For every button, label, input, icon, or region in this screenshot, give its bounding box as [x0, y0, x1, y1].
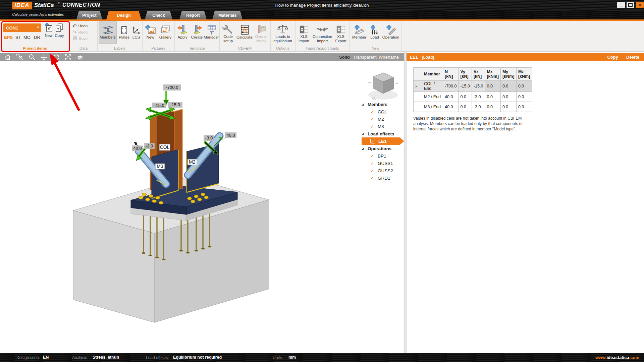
display-mode-transparent[interactable]: Transparent [353, 53, 377, 61]
cell-n[interactable]: -700.0 [443, 81, 459, 92]
new-item-button[interactable]: New [44, 23, 54, 38]
home-view-icon[interactable] [3, 54, 12, 61]
tree-item-guss1[interactable]: ✓ GUSS1 [362, 160, 404, 167]
cell-mz[interactable]: 0.0 [516, 102, 532, 112]
lcs-toggle-button[interactable]: LCS [131, 22, 141, 43]
template-manager-button[interactable]: Manager [204, 22, 219, 43]
gallery-button[interactable]: Gallery [158, 22, 173, 43]
loads-in-equilibrium-button[interactable]: Loads in equilibrium [271, 22, 294, 43]
zoom-fit-icon[interactable] [64, 54, 72, 61]
display-mode-solid[interactable]: Solid [339, 53, 350, 61]
tree-item-m3[interactable]: ✓ M3 [362, 123, 404, 130]
check-icon[interactable]: ✓ [370, 161, 375, 166]
copy-item-button[interactable]: Copy [54, 23, 64, 38]
panel-splitter[interactable] [404, 52, 407, 353]
ribbon-group-import-export: XLS Import Connection Import XLS Expor [295, 21, 350, 51]
check-icon[interactable]: ✓ [370, 116, 375, 122]
cell-my[interactable]: 0.0 [500, 92, 516, 102]
tree-item-bp1[interactable]: ✓ BP1 [362, 152, 404, 160]
tree-item-m2[interactable]: ✓ M2 [362, 115, 404, 123]
display-mode-wireframe[interactable]: Wireframe [379, 53, 399, 61]
tab-project[interactable]: Project [76, 11, 102, 19]
type-button-st[interactable]: ST [15, 35, 21, 40]
table-row[interactable]: M2 / End 40.0 0.0 -3.0 0.0 0.0 0.0 [414, 92, 532, 102]
cell-mx[interactable]: 0.0 [485, 92, 500, 102]
cell-mx[interactable]: 0.0 [485, 102, 500, 112]
cell-my[interactable]: 0.0 [500, 102, 516, 112]
save-button[interactable]: Save [72, 36, 97, 42]
code-setup-button[interactable]: Code setup [220, 22, 236, 43]
delete-load-button[interactable]: Delete [626, 55, 639, 60]
load-table-header-row: Member N[kN] Vy[kN] Vz[kN] Mx[kNm] My[kN… [414, 68, 532, 81]
check-icon[interactable]: ✓ [370, 175, 375, 181]
plates-toggle-button[interactable]: Plates [117, 22, 131, 43]
zoom-icon[interactable] [28, 54, 36, 61]
redo-button[interactable]: ↷Redo [72, 29, 97, 35]
plates-icon [119, 22, 129, 35]
tree-section-members[interactable]: ◢ Members [362, 101, 404, 108]
connection-item-combobox[interactable]: CON1 ▾ [3, 23, 41, 32]
zoom-window-icon[interactable] [15, 54, 24, 61]
group-label-cbfem: CBFEM [219, 46, 270, 50]
tab-report[interactable]: Report [179, 11, 207, 19]
expander-icon[interactable]: ◢ [362, 103, 365, 106]
picture-new-button[interactable]: New [144, 22, 157, 43]
check-icon[interactable]: ✓ [370, 153, 375, 159]
tree-item-le1[interactable]: ✓ LE1 [362, 137, 404, 145]
check-icon[interactable]: ✓ [370, 109, 375, 114]
tab-check[interactable]: Check [145, 11, 172, 19]
check-icon[interactable]: ✓ [370, 168, 375, 173]
xls-export-button[interactable]: XLS Export [333, 22, 348, 43]
calculate-icon [239, 22, 250, 35]
undo-button[interactable]: ↶Undo [72, 23, 97, 29]
tree-item-guss2[interactable]: ✓ GUSS2 [362, 167, 404, 174]
type-button-eps[interactable]: EPS [4, 35, 13, 40]
maximize-button[interactable] [627, 2, 634, 8]
copy-load-button[interactable]: Copy [607, 55, 618, 60]
table-row[interactable]: M3 / End 40.0 0.0 -3.0 0.0 0.0 0.0 [414, 102, 532, 112]
tab-materials[interactable]: Materials [212, 11, 243, 19]
connection-import-button[interactable]: Connection Import [312, 22, 333, 43]
cell-mz[interactable]: 0.0 [516, 92, 532, 102]
cell-my[interactable]: 0.0 [500, 81, 516, 92]
cell-n[interactable]: 40.0 [443, 92, 459, 102]
overall-check-button[interactable]: Overall check [253, 22, 269, 43]
template-apply-button[interactable]: Apply [175, 22, 190, 43]
website-link[interactable]: www.ideastatica.com [595, 355, 639, 360]
cell-mz[interactable]: 0.0 [516, 81, 532, 92]
new-operation-button[interactable]: Operation [381, 22, 400, 43]
cell-vy[interactable]: 0.0 [459, 102, 472, 112]
check-icon[interactable]: ✓ [370, 124, 375, 129]
expander-icon[interactable]: ◢ [362, 147, 365, 150]
checkbox-checked-icon[interactable]: ✓ [370, 139, 375, 143]
type-button-mc[interactable]: MC [23, 35, 30, 40]
cell-vy[interactable]: -15.0 [459, 81, 472, 92]
members-toggle-button[interactable]: Members [99, 22, 116, 43]
table-row[interactable]: › COL / End -700.0 -15.0 -15.0 0.0 0.0 0… [414, 81, 532, 92]
tree-section-operations[interactable]: ◢ Operations [362, 145, 404, 152]
xls-import-button[interactable]: XLS Import [296, 22, 312, 43]
calculate-button[interactable]: Calculate [236, 22, 253, 43]
expander-icon[interactable]: ◢ [362, 132, 365, 135]
solid-view-icon[interactable] [76, 54, 85, 61]
close-button[interactable]: ✕ [636, 2, 644, 8]
template-create-button[interactable]: Create [190, 22, 204, 43]
pan-icon[interactable] [40, 54, 48, 61]
member-label-col: COL [159, 144, 170, 150]
type-button-dr[interactable]: DR [34, 35, 40, 40]
new-member-button[interactable]: Member [351, 22, 368, 43]
cell-vz[interactable]: -3.0 [472, 102, 485, 112]
tab-design[interactable]: Design [106, 11, 141, 19]
tree-item-col[interactable]: ✓ COL [362, 108, 404, 115]
cell-vy[interactable]: 0.0 [459, 92, 472, 102]
minimize-button[interactable] [617, 2, 625, 8]
new-load-button[interactable]: Load [368, 22, 381, 43]
cell-mx[interactable]: 0.0 [485, 81, 500, 92]
rotate-icon[interactable] [52, 54, 60, 61]
cell-vz[interactable]: -3.0 [472, 92, 485, 102]
navigation-cube[interactable] [366, 69, 400, 102]
tree-section-load-effects[interactable]: ◢ Load effects [362, 130, 404, 137]
tree-item-grd1[interactable]: ✓ GRD1 [362, 174, 404, 182]
cell-vz[interactable]: -15.0 [472, 81, 485, 92]
cell-n[interactable]: 40.0 [443, 102, 459, 112]
